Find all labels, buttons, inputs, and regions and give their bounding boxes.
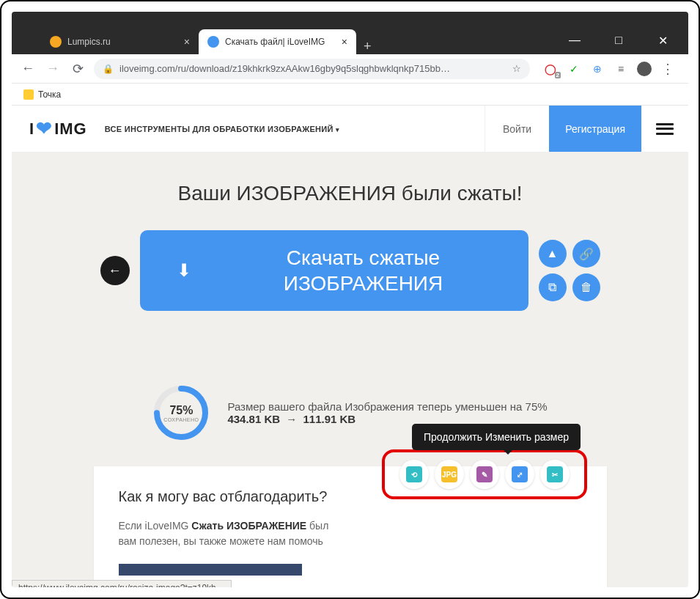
reading-list-icon[interactable]: ≡	[614, 62, 628, 76]
continue-resize-button[interactable]: ⤢	[505, 460, 534, 489]
drive-icon: ▲	[547, 247, 559, 260]
resize-icon: ⤢	[512, 466, 528, 482]
rotate-icon: ⟲	[406, 466, 422, 482]
arrow-left-icon: ←	[108, 263, 122, 279]
tab-title: Lumpics.ru	[67, 37, 111, 47]
crop-icon: ✂	[547, 466, 563, 482]
dropbox-icon: ⧉	[548, 281, 556, 294]
extension-adblock-icon[interactable]: ◯2	[543, 62, 558, 76]
back-button[interactable]: ←	[100, 256, 130, 285]
hamburger-icon	[656, 123, 674, 135]
nav-tools-dropdown[interactable]: ВСЕ ИНСТРУМЕНТЫ ДЛЯ ОБРАБОТКИ ИЗОБРАЖЕНИ…	[105, 125, 340, 133]
link-icon: 🔗	[579, 247, 594, 261]
new-tab-button[interactable]: +	[356, 39, 379, 54]
window-maximize[interactable]: □	[608, 34, 630, 48]
continue-rotate-button[interactable]: ⟲	[399, 460, 429, 489]
url-text: iloveimg.com/ru/download/z19khkrk9zxAAkw…	[119, 63, 450, 74]
download-button[interactable]: ⬇ Скачать сжатые ИЗОБРАЖЕНИЯ	[140, 230, 528, 311]
lock-icon: 🔒	[103, 64, 114, 74]
bookmark-folder-icon	[23, 89, 34, 100]
profile-avatar[interactable]	[637, 62, 652, 76]
status-bar: https://www.iloveimg.com/ru/resize-image…	[12, 580, 232, 587]
bookmark-tochka[interactable]: Точка	[23, 89, 61, 100]
savings-sublabel: СОХРАНЕНО	[163, 417, 199, 422]
tab-close-icon[interactable]: ×	[184, 36, 190, 48]
adblock-badge: 2	[555, 72, 561, 78]
login-button[interactable]: Войти	[485, 106, 549, 152]
tooltip-resize: Продолжить Изменить размер	[412, 424, 581, 450]
size-after: 111.91 KB	[303, 413, 355, 425]
continue-crop-button[interactable]: ✂	[540, 460, 570, 489]
continue-convert-jpg-button[interactable]: JPG	[435, 460, 464, 489]
extension-check-icon[interactable]: ✓	[567, 62, 581, 76]
hamburger-menu[interactable]	[641, 106, 688, 152]
window-close[interactable]: ✕	[652, 34, 674, 48]
favicon-lumpics	[50, 36, 62, 48]
url-input[interactable]: 🔒 iloveimg.com/ru/download/z19khkrk9zxAA…	[94, 59, 530, 79]
nav-reload-icon[interactable]: ⟳	[69, 60, 86, 78]
download-icon: ⬇	[140, 260, 228, 281]
watermark-icon: ✎	[476, 466, 493, 482]
savings-ring: 75% СОХРАНЕНО	[152, 384, 210, 441]
tab-lumpics[interactable]: Lumpics.ru ×	[41, 29, 199, 54]
page-title: Ваши ИЗОБРАЖЕНИЯ были сжаты!	[41, 182, 659, 205]
tab-close-icon[interactable]: ×	[342, 36, 347, 48]
browser-menu-icon[interactable]: ⋮	[660, 62, 675, 76]
favicon-iloveimg	[207, 36, 219, 48]
window-titlebar	[12, 12, 688, 23]
save-drive-button[interactable]: ▲	[539, 240, 567, 268]
card-cta-button[interactable]	[119, 564, 302, 576]
chevron-down-icon: ▾	[336, 126, 339, 133]
savings-percent: 75%	[169, 404, 193, 417]
bookmarks-bar: Точка	[12, 84, 688, 106]
jpg-icon: JPG	[441, 466, 457, 482]
delete-button[interactable]: 🗑	[572, 273, 600, 301]
tab-iloveimg[interactable]: Скачать файл| iLoveIMG ×	[199, 29, 356, 54]
continue-watermark-button[interactable]: ✎	[470, 460, 499, 489]
site-header: I ❤ IMG ВСЕ ИНСТРУМЕНТЫ ДЛЯ ОБРАБОТКИ ИЗ…	[12, 106, 688, 152]
tab-title: Скачать файл| iLoveIMG	[225, 37, 325, 47]
address-bar: ← → ⟳ 🔒 iloveimg.com/ru/download/z19khkr…	[12, 54, 688, 84]
window-minimize[interactable]: —	[564, 34, 586, 48]
trash-icon: 🗑	[581, 281, 592, 294]
download-label: Скачать сжатые ИЗОБРАЖЕНИЯ	[228, 245, 528, 296]
bookmark-star-icon[interactable]: ☆	[512, 63, 521, 74]
nav-forward-icon: →	[44, 60, 62, 78]
extension-globe-icon[interactable]: ⊕	[590, 62, 605, 76]
continue-actions-highlight: ⟲ JPG ✎ ⤢ ✂	[382, 449, 587, 499]
savings-text: Размер вашего файла Изображения теперь у…	[227, 400, 547, 425]
save-dropbox-button[interactable]: ⧉	[539, 273, 567, 301]
nav-back-icon[interactable]: ←	[19, 60, 37, 78]
size-before: 434.81 KB	[227, 413, 280, 425]
heart-icon: ❤	[36, 117, 53, 140]
site-logo[interactable]: I ❤ IMG	[12, 117, 105, 140]
signup-button[interactable]: Регистрация	[549, 106, 641, 152]
bookmark-label: Точка	[38, 89, 61, 100]
arrow-right-icon: →	[286, 413, 297, 425]
share-link-button[interactable]: 🔗	[572, 240, 600, 268]
